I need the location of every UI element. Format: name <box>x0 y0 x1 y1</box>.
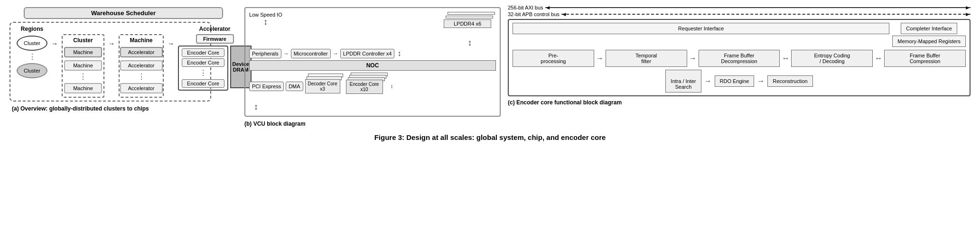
vcu-bottom: PCI Express DMA Decoder Core x3 <box>249 73 496 100</box>
low-speed-io-label: Low Speed IO ↕ <box>249 12 282 26</box>
arrow-a2: → <box>108 40 115 47</box>
arrow-rdo-recon: → <box>757 77 765 85</box>
axi-bus-row: 256-bit AXI bus ◄ ► <box>508 5 971 10</box>
intra-inter-block: Intra / Inter Search <box>665 70 701 93</box>
noc-bar: NOC <box>249 60 496 71</box>
machine-col-box: Machine Accelerator Accelerator ⋮ Accele… <box>119 34 164 98</box>
cluster-col-label: Cluster <box>73 37 93 44</box>
vcu-mid-row: Peripherals → Microcontroller → LPDDR Co… <box>249 49 496 58</box>
memory-mapped-box: Memory-Mapped Registers <box>892 36 966 47</box>
axi-line: ◄ ► <box>545 7 971 8</box>
section-b-caption: (b) VCU block diagram <box>244 120 501 127</box>
encoder-core-diagram: Requester Interface Completer Interface … <box>508 19 971 96</box>
section-a-caption-text: (a) Overview: globally-distributed clust… <box>12 105 149 112</box>
enc-layer-4: Encoder Core x10 <box>346 80 383 94</box>
regions-dots: ⋮ <box>28 53 36 61</box>
accel-box-1: Accelerator <box>120 47 163 57</box>
encoder-core-box-3: Encoder Core <box>182 79 224 88</box>
completer-interface-box: Completer Interface <box>901 23 957 34</box>
requester-interface-box: Requester Interface <box>513 23 889 34</box>
apb-bus-label: 32-bit APB control bus <box>508 11 560 17</box>
machine-box-1: Machine <box>64 47 102 57</box>
axi-bus-label: 256-bit AXI bus <box>508 5 543 10</box>
machine-box-3: Machine <box>64 83 102 93</box>
accel-box-2: Accelerator <box>120 60 163 71</box>
cluster-label-1: Cluster <box>24 40 40 46</box>
warehouse-label: Warehouse Scheduler <box>91 9 156 17</box>
hierarchy-row: Regions Cluster ⋮ Cluster → Cluster <box>14 26 206 98</box>
encoder-core-box-2: Encoder Core <box>182 58 224 67</box>
cluster-ellipse-2: Cluster <box>17 63 47 78</box>
figure-caption-text: Figure 3: Design at all scales: global s… <box>374 133 606 141</box>
cluster-dots: ⋮ <box>79 73 87 81</box>
lpddr4-layer-2 <box>446 16 493 19</box>
lpddr4-layer-3: LPDDR4 x6 <box>444 19 491 28</box>
completer-mmr-col: Completer Interface Memory-Mapped Regist… <box>892 23 966 47</box>
warehouse-scheduler-box: Warehouse Scheduler <box>24 7 223 19</box>
ec-bottom-row: Intra / Inter Search → RDO Engine → Reco… <box>513 70 966 93</box>
entropy-coding-block: Entropy Coding / Decoding <box>791 50 873 67</box>
encoder-group: Encoder Core Encoder Core ⋮ Encoder Core <box>178 46 228 91</box>
section-b-caption-text: (b) VCU block diagram <box>244 120 306 127</box>
ec-mid-row: Pre- processing → Temporal filter → Fram… <box>513 50 966 67</box>
decoder-layer-3: Decoder Core x3 <box>305 79 340 93</box>
encoder-core-label-2: Encoder Core <box>187 60 219 65</box>
rdo-engine-block: RDO Engine <box>715 75 755 87</box>
arrow-temp-fbd: → <box>689 50 697 67</box>
pci-block: PCI Express <box>249 82 284 91</box>
lpddr4-visual: LPDDR4 x6 <box>444 12 496 37</box>
bus-rows: 256-bit AXI bus ◄ ► 32-bit APB control b… <box>508 5 971 17</box>
frame-buffer-decomp-block: Frame Buffer Decompression <box>699 50 780 67</box>
vcu-bottom-arrow-2: ↕ <box>254 102 496 112</box>
arrow-a1: → <box>51 40 58 47</box>
regions-col-label: Regions <box>21 26 43 32</box>
section-a-caption: (a) Overview: globally-distributed clust… <box>9 105 237 112</box>
preprocessing-block: Pre- processing <box>513 50 594 67</box>
cluster-col-box: Cluster Machine Machine ⋮ Machine <box>62 34 104 98</box>
vcu-top: Low Speed IO ↕ LPDDR4 x6 ↕ <box>249 12 496 47</box>
section-c-caption: (c) Encoder core functional block diagra… <box>508 99 971 106</box>
hierarchy-container: Regions Cluster ⋮ Cluster → Cluster <box>9 22 211 102</box>
lpddr-controller-block: LPDDR Controller x4 <box>340 49 395 58</box>
apb-bus-row: 32-bit APB control bus ◄ ► <box>508 11 971 17</box>
section-c: 256-bit AXI bus ◄ ► 32-bit APB control b… <box>505 5 973 130</box>
firmware-box: Firmware <box>196 34 234 44</box>
firmware-label: Firmware <box>203 36 226 42</box>
microcontroller-block: Microcontroller <box>291 49 331 58</box>
arrow-ec-fbc: ↔ <box>875 50 882 67</box>
cluster-ellipse-1: Cluster <box>17 36 47 51</box>
main-container: Warehouse Scheduler Regions Cluster ⋮ Cl… <box>0 0 980 146</box>
cluster-label-2: Cluster <box>24 68 40 74</box>
temporal-filter-block: Temporal filter <box>606 50 687 67</box>
encoder-core-box-1: Encoder Core <box>182 48 224 57</box>
lpddr4-stack: LPDDR4 x6 ↕ <box>444 12 496 47</box>
arrow-fbd-ec: ↔ <box>782 50 789 67</box>
vcu-bottom-arrow: ↕ <box>391 83 393 90</box>
frame-buffer-comp-block: Frame Buffer Compression <box>884 50 966 67</box>
vcu-diagram: Low Speed IO ↕ LPDDR4 x6 ↕ <box>244 7 501 117</box>
arrow-pre-temp: → <box>596 50 604 67</box>
machine-col-label: Machine <box>130 37 152 44</box>
regions-col: Regions Cluster ⋮ Cluster <box>17 26 47 80</box>
section-b: Low Speed IO ↕ LPDDR4 x6 ↕ <box>240 5 505 130</box>
encoder-core-label-1: Encoder Core <box>187 50 219 56</box>
encoder-core-label-3: Encoder Core <box>187 81 219 86</box>
encoder-core-stack: Encoder Core x10 <box>346 73 389 100</box>
reconstruction-block: Reconstruction <box>767 75 812 87</box>
arrow-a3: → <box>168 40 174 47</box>
dma-block: DMA <box>286 82 303 91</box>
section-a: Warehouse Scheduler Regions Cluster ⋮ Cl… <box>7 5 240 130</box>
machine-dots: ⋮ <box>138 73 145 81</box>
ec-top-row: Requester Interface Completer Interface … <box>513 23 966 47</box>
encoder-dots: ⋮ <box>182 69 224 77</box>
decoder-core-stack: Decoder Core x3 <box>305 74 344 100</box>
peripherals-block: Peripherals <box>249 49 281 58</box>
arrow-ii-rdo: → <box>704 77 712 85</box>
accelerator-col-label: Accelerator <box>199 26 230 32</box>
apb-line: ◄ ► <box>561 14 971 15</box>
lpddr4-layer-1 <box>448 12 495 15</box>
section-c-caption-text: (c) Encoder core functional block diagra… <box>508 99 622 106</box>
diagrams-row: Warehouse Scheduler Regions Cluster ⋮ Cl… <box>7 5 973 130</box>
accel-box-3: Accelerator <box>120 83 163 93</box>
figure-caption: Figure 3: Design at all scales: global s… <box>7 133 973 141</box>
